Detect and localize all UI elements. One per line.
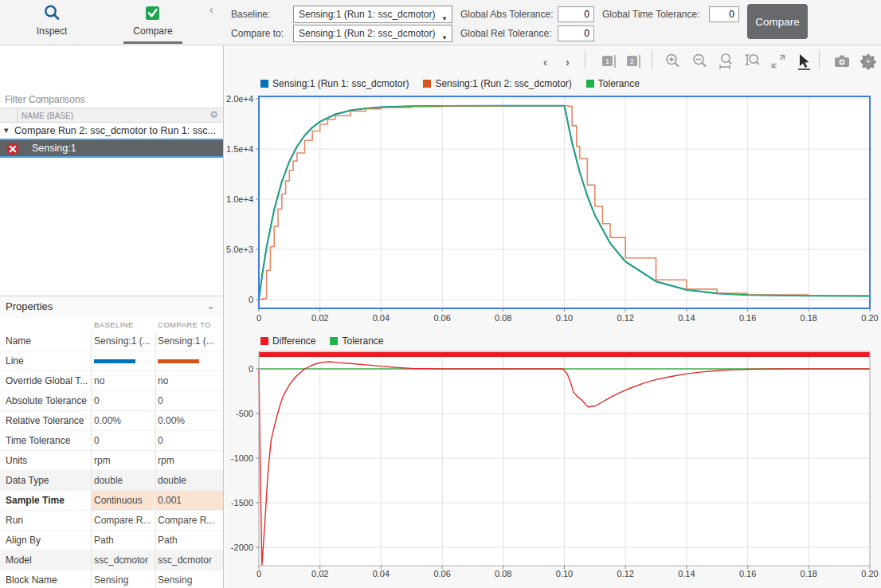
legend-item-tolerance: Tolerance (330, 335, 383, 347)
property-row-run: Run Compare R... Compare R... (0, 511, 223, 531)
global-rel-tolerance-label: Global Rel Tolerance: (460, 28, 552, 39)
property-row-data-type: Data Type double double (0, 471, 223, 491)
legend-swatch-tolerance (330, 337, 338, 345)
divider (819, 50, 820, 69)
previous-comparison-icon[interactable]: ‹ (543, 55, 561, 73)
comparison-group-row[interactable]: ▾ Compare Run 2: ssc_dcmotor to Run 1: s… (0, 123, 223, 139)
snapshot-camera-icon[interactable] (833, 53, 851, 70)
property-row-absolute-tolerance: Absolute Tolerance 0 0 (0, 391, 223, 411)
global-rel-tolerance-input[interactable] (558, 25, 594, 41)
svg-text:0.10: 0.10 (556, 569, 573, 578)
single-view-layout-button[interactable]: 1 (601, 53, 618, 70)
svg-text:0.16: 0.16 (739, 569, 756, 578)
baseline-dropdown[interactable]: Sensing:1 (Run 1: ssc_dcmotor) ▼ (293, 6, 452, 23)
filter-comparisons-input[interactable]: Filter Comparisons (0, 92, 223, 108)
properties-column-headers: BASELINE COMPARE TO (0, 318, 223, 331)
property-row-units: Units rpm rpm (0, 451, 223, 471)
tab-compare[interactable]: Compare (109, 0, 197, 45)
pointer-tool-icon[interactable] (795, 53, 812, 70)
global-time-tolerance-label: Global Time Tolerance: (602, 9, 700, 20)
svg-text:0: 0 (249, 364, 253, 374)
svg-text:0.04: 0.04 (373, 569, 390, 578)
zoom-in-icon[interactable] (664, 53, 682, 70)
name-column-header[interactable]: NAME (BASE) ⚙ (0, 108, 223, 123)
fit-to-view-icon[interactable] (769, 53, 787, 70)
compare-line-swatch (158, 359, 199, 363)
svg-text:0: 0 (249, 295, 253, 304)
settings-gear-icon[interactable] (859, 53, 877, 70)
zoom-y-icon[interactable] (744, 53, 762, 70)
svg-text:0.20: 0.20 (861, 313, 878, 323)
tab-inspect-label: Inspect (37, 25, 68, 37)
compare-button[interactable]: Compare (747, 4, 808, 39)
active-tab-underline (123, 41, 182, 44)
svg-text:-1500: -1500 (231, 498, 253, 508)
property-row-relative-tolerance: Relative Tolerance 0.00% 0.00% (0, 411, 223, 431)
difference-chart-legend: Difference Tolerance (260, 335, 384, 347)
comparison-plot[interactable]: 00.020.040.060.080.100.120.140.160.180.2… (225, 88, 881, 328)
zoom-out-icon[interactable] (691, 53, 709, 70)
tab-inspect[interactable]: Inspect (8, 0, 96, 45)
properties-header[interactable]: Properties ⌄ (0, 296, 223, 318)
plot-toolbar: ‹ › 1 2 (225, 48, 881, 75)
compare-to-dropdown[interactable]: Sensing:1 (Run 2: ssc_dcmotor) ▼ (293, 25, 452, 42)
tab-compare-label: Compare (133, 25, 172, 37)
column-settings-gear-icon[interactable]: ⚙ (209, 109, 218, 120)
divider (652, 50, 652, 69)
properties-title: Properties (6, 300, 53, 312)
baseline-dropdown-value: Sensing:1 (Run 1: ssc_dcmotor) (299, 9, 435, 20)
svg-text:0.18: 0.18 (801, 313, 817, 323)
property-row-block-name: Block Name Sensing Sensing (0, 570, 223, 588)
chevron-down-icon[interactable]: ⌄ (206, 300, 215, 312)
svg-text:0.08: 0.08 (495, 313, 511, 323)
svg-text:0.14: 0.14 (678, 313, 695, 323)
zoom-x-icon[interactable] (718, 53, 735, 70)
baseline-line-swatch (94, 359, 135, 363)
expand-collapse-arrow-icon[interactable]: ▾ (4, 125, 9, 135)
two-view-layout-button[interactable]: 2 (625, 53, 643, 70)
svg-text:0.08: 0.08 (495, 569, 511, 578)
difference-plot[interactable]: 00.020.040.060.080.100.120.140.160.180.2… (225, 346, 881, 588)
status-column (0, 108, 18, 122)
dropdown-arrow-icon: ▼ (441, 30, 448, 46)
global-abs-tolerance-input[interactable] (558, 6, 594, 22)
comparison-group-label: Compare Run 2: ssc_dcmotor to Run 1: ssc… (14, 125, 216, 136)
signal-row-label: Sensing:1 (32, 143, 76, 154)
compare-to-column-header: COMPARE TO (158, 320, 211, 329)
svg-text:-2000: -2000 (231, 543, 253, 552)
svg-text:0.12: 0.12 (617, 313, 633, 323)
property-row-sample-time: Sample Time Continuous 0.001 (0, 491, 223, 511)
svg-text:-500: -500 (236, 409, 253, 418)
legend-swatch-baseline (260, 80, 268, 88)
svg-text:0.16: 0.16 (739, 313, 756, 323)
svg-text:0.12: 0.12 (617, 569, 633, 578)
svg-text:0.02: 0.02 (311, 569, 328, 578)
legend-swatch-tolerance (586, 80, 594, 88)
legend-swatch-difference (260, 337, 268, 345)
comparisons-panel: Filter Comparisons NAME (BASE) ⚙ ▾ Compa… (0, 45, 224, 588)
magnifier-icon (43, 4, 61, 22)
svg-text:0: 0 (256, 313, 261, 323)
svg-text:1.0e+4: 1.0e+4 (226, 194, 253, 204)
view1-number: 1 (605, 57, 609, 65)
baseline-label: Baseline: (231, 9, 270, 20)
signal-row-sensing1[interactable]: Sensing:1 (0, 139, 223, 158)
svg-text:0.04: 0.04 (373, 313, 390, 323)
name-column-label: NAME (BASE) (22, 112, 73, 120)
top-bar: Inspect Compare ‹ Baseline: Sensing:1 (R… (0, 0, 881, 45)
check-square-icon (144, 4, 162, 22)
svg-text:0.06: 0.06 (433, 569, 450, 578)
charts-panel: ‹ › 1 2 (225, 45, 881, 588)
svg-text:2.0e+4: 2.0e+4 (226, 94, 253, 104)
property-row-line: Line (0, 351, 223, 371)
next-comparison-icon[interactable]: › (566, 55, 583, 73)
svg-text:0.02: 0.02 (311, 313, 328, 323)
view2-number: 2 (630, 57, 634, 65)
baseline-column-header: BASELINE (94, 320, 134, 329)
property-row-name: Name Sensing:1 (... Sensing:1 (... (0, 331, 223, 351)
global-time-tolerance-input[interactable] (709, 6, 739, 22)
svg-text:5.0e+3: 5.0e+3 (226, 245, 253, 254)
collapse-panel-icon[interactable]: ‹ (209, 3, 213, 16)
out-of-tolerance-icon (6, 142, 20, 156)
compare-to-dropdown-value: Sensing:1 (Run 2: ssc_dcmotor) (299, 28, 435, 39)
